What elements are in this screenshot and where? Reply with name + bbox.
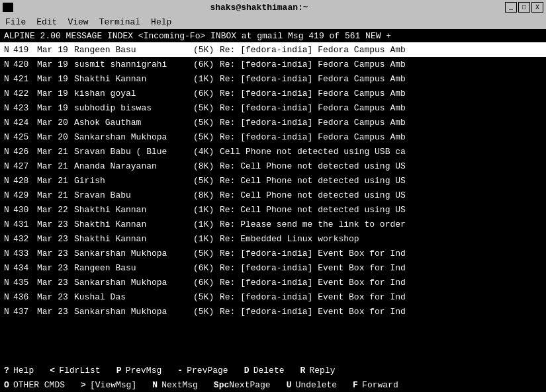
minimize-button[interactable]: _ (505, 2, 517, 13)
cmd-key-r2-5[interactable]: F (353, 380, 362, 390)
message-row-437[interactable]: N 437 Mar 23 Sankarshan Mukhopa (5K) Re:… (0, 304, 546, 319)
cmd-key-r2-0[interactable]: O (4, 380, 13, 390)
msg-size: (1K) (193, 74, 220, 84)
msg-subject: Re: Please send me the link to order (220, 219, 542, 229)
menu-help[interactable]: Help (151, 17, 171, 27)
message-row-427[interactable]: N 427 Mar 21 Ananda Narayanan (8K) Re: C… (0, 159, 546, 173)
message-row-434[interactable]: N 434 Mar 23 Rangeen Basu (6K) Re: [fedo… (0, 260, 546, 275)
msg-status: N (4, 190, 13, 200)
message-row-421[interactable]: N 421 Mar 19 Shakthi Kannan (1K) Re: [fe… (0, 71, 546, 86)
cmd-key-r1-3[interactable]: - (177, 366, 187, 375)
cmd-key-r2-3[interactable]: Spc (214, 380, 229, 390)
msg-num: 424 (13, 118, 37, 128)
msg-sender: kishan goyal (74, 89, 193, 98)
msg-sender: Shakthi Kannan (74, 219, 193, 229)
msg-subject: Re: Embedded Linux workshop (220, 234, 542, 244)
msg-date: Mar 21 (37, 176, 74, 186)
msg-num: 434 (13, 263, 37, 273)
cmd-row-2: O OTHER CMDS> [ViewMsg]N NextMsgSpc Next… (0, 377, 546, 392)
cmd-key-r1-4[interactable]: D (244, 366, 253, 375)
msg-num: 429 (13, 190, 37, 200)
msg-subject: Re: Cell Phone not detected using US (220, 176, 542, 186)
msg-status: N (4, 118, 13, 128)
cmd-key-r1-1[interactable]: < (50, 366, 59, 375)
msg-subject: Re: [fedora-india] Event Box for Ind (220, 249, 542, 258)
msg-size: (5K) (193, 292, 220, 302)
message-row-431[interactable]: N 431 Mar 23 Shakthi Kannan (1K) Re: Ple… (0, 217, 546, 231)
message-row-433[interactable]: N 433 Mar 23 Sankarshan Mukhopa (5K) Re:… (0, 246, 546, 260)
msg-num: 430 (13, 205, 37, 215)
msg-sender: Shakthi Kannan (74, 74, 193, 84)
message-row-429[interactable]: N 429 Mar 21 Sravan Babu (8K) Re: Cell P… (0, 188, 546, 202)
msg-date: Mar 19 (37, 45, 74, 55)
msg-subject: Re: Cell Phone not detected using US (220, 190, 542, 200)
msg-num: 428 (13, 176, 37, 186)
close-button[interactable]: X (531, 2, 543, 13)
cmd-key-r1-0[interactable]: ? (4, 366, 13, 375)
msg-sender: Ashok Gautham (74, 118, 193, 128)
cmd-key-r1-2[interactable]: P (116, 366, 126, 375)
msg-date: Mar 19 (37, 103, 74, 113)
cmd-key-r1-5[interactable]: R (300, 366, 309, 375)
message-row-435[interactable]: N 435 Mar 23 Sankarshan Mukhopa (6K) Re:… (0, 275, 546, 290)
msg-date: Mar 21 (37, 161, 74, 171)
message-row-420[interactable]: N 420 Mar 19 susmit shannigrahi (6K) Re:… (0, 57, 546, 71)
status-text: ALPINE 2.00 MESSAGE INDEX <Incoming-Fo> … (4, 31, 391, 41)
msg-date: Mar 23 (37, 249, 74, 258)
msg-size: (1K) (193, 234, 220, 244)
cmd-label-r1-3: PrevPage (187, 366, 228, 375)
msg-status: N (4, 59, 13, 69)
message-row-432[interactable]: N 432 Mar 23 Shakthi Kannan (1K) Re: Emb… (0, 231, 546, 246)
message-row-419[interactable]: N 419 Mar 19 Rangeen Basu (5K) Re: [fedo… (0, 42, 546, 57)
msg-num: 419 (13, 45, 37, 55)
cmd-label-r2-3: NextPage (229, 380, 270, 390)
msg-num: 422 (13, 89, 37, 98)
message-row-436[interactable]: N 436 Mar 23 Kushal Das (5K) Re: [fedora… (0, 290, 546, 304)
cmd-key-r2-4[interactable]: U (287, 380, 296, 390)
msg-date: Mar 19 (37, 59, 74, 69)
menu-terminal[interactable]: Terminal (99, 17, 140, 27)
cmd-label-r2-5: Forward (362, 380, 398, 390)
msg-num: 426 (13, 147, 37, 157)
msg-subject: Re: [fedora-india] Fedora Campus Amb (220, 45, 542, 55)
status-bar: ALPINE 2.00 MESSAGE INDEX <Incoming-Fo> … (0, 29, 546, 42)
cmd-key-r2-1[interactable]: > (81, 380, 90, 390)
message-list[interactable]: N 419 Mar 19 Rangeen Basu (5K) Re: [fedo… (0, 42, 546, 363)
msg-date: Mar 23 (37, 219, 74, 229)
msg-status: N (4, 263, 13, 273)
message-row-425[interactable]: N 425 Mar 20 Sankarshan Mukhopa (5K) Re:… (0, 130, 546, 144)
msg-status: N (4, 103, 13, 113)
message-row-428[interactable]: N 428 Mar 21 Girish (5K) Re: Cell Phone … (0, 173, 546, 188)
msg-size: (1K) (193, 205, 220, 215)
msg-status: N (4, 89, 13, 98)
maximize-button[interactable]: □ (518, 2, 530, 13)
msg-sender: Shakthi Kannan (74, 205, 193, 215)
cmd-label-r2-1: [ViewMsg] (90, 380, 136, 390)
message-row-423[interactable]: N 423 Mar 19 subhodip biswas (5K) Re: [f… (0, 100, 546, 115)
message-row-430[interactable]: N 430 Mar 22 Shakthi Kannan (1K) Re: Cel… (0, 202, 546, 217)
msg-subject: Re: [fedora-india] Fedora Campus Amb (220, 59, 542, 69)
menu-file[interactable]: File (5, 17, 26, 27)
window-icon (3, 3, 13, 12)
msg-status: N (4, 234, 13, 244)
msg-status: N (4, 219, 13, 229)
cmd-key-r2-2[interactable]: N (152, 380, 161, 390)
menu-edit[interactable]: Edit (36, 17, 57, 27)
msg-subject: Re: [fedora-india] Event Box for Ind (220, 278, 542, 288)
msg-size: (5K) (193, 45, 220, 55)
cmd-label-r2-0: OTHER CMDS (13, 380, 65, 390)
msg-num: 432 (13, 234, 37, 244)
main-container: shaks@shakthimaan:~ _ □ X File Edit View… (0, 0, 546, 392)
cmd-label-r2-2: NextMsg (161, 380, 198, 390)
msg-date: Mar 21 (37, 190, 74, 200)
message-row-422[interactable]: N 422 Mar 19 kishan goyal (6K) Re: [fedo… (0, 86, 546, 100)
msg-size: (6K) (193, 263, 220, 273)
msg-date: Mar 19 (37, 89, 74, 98)
msg-sender: Rangeen Basu (74, 263, 193, 273)
message-row-426[interactable]: N 426 Mar 21 Sravan Babu ( Blue (4K) Cel… (0, 144, 546, 159)
message-row-424[interactable]: N 424 Mar 20 Ashok Gautham (5K) Re: [fed… (0, 115, 546, 130)
msg-date: Mar 23 (37, 234, 74, 244)
msg-date: Mar 20 (37, 132, 74, 142)
menu-view[interactable]: View (68, 17, 88, 27)
msg-size: (6K) (193, 59, 220, 69)
